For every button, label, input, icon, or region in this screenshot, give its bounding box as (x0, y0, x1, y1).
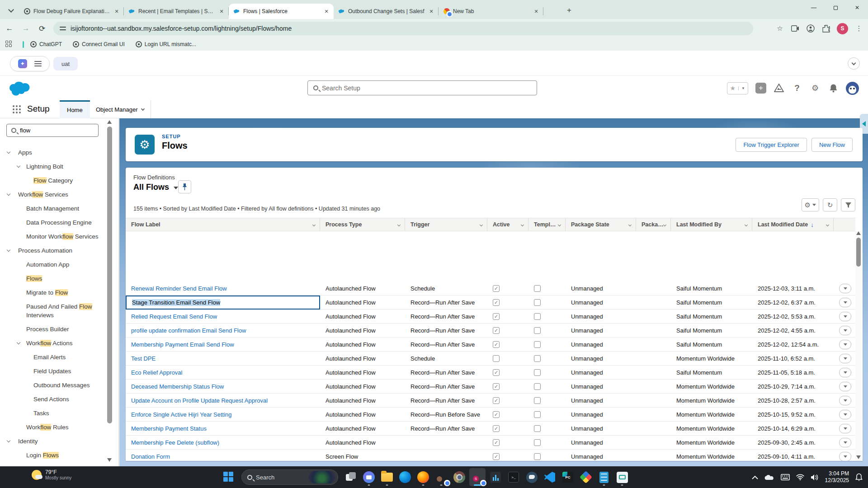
flow-label-link[interactable]: Enforce Single Active Hijri Year Setting (131, 411, 232, 418)
flow-label-link[interactable]: profile update confirmation Email Send F… (131, 327, 246, 334)
flow-label-cell[interactable]: profile update confirmation Email Send F… (126, 327, 320, 334)
column-header-9[interactable]: Last Modified Date↓ (752, 218, 834, 231)
list-view-selector[interactable]: All Flows (133, 183, 178, 192)
tab-close-icon[interactable]: ✕ (428, 8, 435, 15)
sidebar-search-input[interactable]: flow (6, 124, 99, 137)
flow-label-cell[interactable]: Renewal Reminder Send Email Flow (126, 285, 320, 292)
weather-widget[interactable]: 79°F Mostly sunny (32, 469, 71, 480)
workspace-tab-uat[interactable]: uat (53, 57, 78, 70)
flow-label-link[interactable]: Deceased Membership Status Flow (131, 383, 224, 390)
tab-object-manager[interactable]: Object Manager (89, 100, 151, 118)
task-manager-icon[interactable] (487, 468, 504, 486)
active-checkbox[interactable] (493, 355, 500, 362)
reload-button[interactable]: ⟳ (35, 22, 49, 35)
flow-label-cell[interactable]: Update Account on Profile Update Request… (126, 397, 320, 404)
flow-label-link[interactable]: Membership Payment Email Send Flow (131, 341, 234, 348)
pycharm-icon[interactable]: PC (560, 468, 576, 486)
flow-label-cell[interactable]: Deceased Membership Status Flow (126, 383, 320, 390)
flow-label-cell[interactable]: Test DPE (126, 355, 320, 362)
flow-label-cell[interactable]: Eco Relief Approval (126, 369, 320, 376)
edge-icon[interactable] (397, 468, 413, 486)
template-checkbox[interactable] (534, 411, 541, 418)
profile-extension-icon[interactable] (806, 24, 815, 33)
flow-label-cell[interactable]: Stage Transition Email Send Flow (126, 296, 320, 310)
active-checkbox[interactable]: ✓ (493, 397, 500, 404)
forward-button[interactable]: → (19, 22, 33, 35)
column-header-2[interactable]: Process Type (320, 218, 405, 231)
row-actions-button[interactable] (839, 326, 851, 335)
row-actions-button[interactable] (839, 452, 851, 461)
apps-grid-icon[interactable] (5, 41, 13, 48)
taskpro-icon[interactable] (614, 468, 630, 486)
touch-keyboard-icon[interactable] (781, 474, 790, 480)
row-actions-button[interactable] (839, 354, 851, 363)
active-checkbox[interactable]: ✓ (493, 313, 500, 320)
chrome-dark-icon[interactable] (451, 468, 467, 486)
sidebar-item-20[interactable]: Workflow Rules (0, 423, 105, 432)
browser-tab-2[interactable]: Recent | Email Templates | Sales✕ (124, 4, 229, 19)
start-button[interactable] (221, 468, 237, 486)
postgres-icon[interactable] (524, 468, 540, 486)
setup-search-input[interactable]: Search Setup (307, 80, 537, 95)
flow-label-link[interactable]: Membership Payment Status (131, 425, 207, 432)
flow-label-link[interactable]: Update Account on Profile Update Request… (131, 397, 268, 404)
ai-assistant-pill[interactable]: ✦ (10, 56, 50, 71)
tab-close-icon[interactable]: ✕ (113, 8, 120, 15)
sidebar-item-4[interactable]: Workflow Services (0, 190, 105, 199)
active-checkbox[interactable]: ✓ (493, 299, 500, 306)
trailhead-icon[interactable] (774, 83, 784, 94)
browser-tab-1[interactable]: Flow Debug Failure Explanation✕ (19, 4, 124, 19)
template-checkbox[interactable] (534, 383, 541, 390)
notifications-bell-icon[interactable] (828, 83, 839, 94)
template-checkbox[interactable] (534, 425, 541, 432)
diamond-app-icon[interactable] (578, 468, 594, 486)
flow-label-cell[interactable]: Membership Payment Status (126, 425, 320, 432)
sidebar-item-8[interactable]: Process Automation (0, 246, 105, 255)
row-actions-button[interactable] (839, 396, 851, 405)
minimize-button[interactable]: — (803, 0, 825, 15)
sidebar-item-9[interactable]: Automation App (0, 260, 105, 269)
row-actions-button[interactable] (839, 284, 851, 293)
help-icon[interactable]: ? (792, 83, 802, 94)
file-explorer-icon[interactable] (379, 468, 395, 486)
new-flow-button[interactable]: New Flow (811, 138, 853, 152)
terminal-icon[interactable]: >_ (505, 468, 522, 486)
tab-search-button[interactable] (5, 4, 17, 15)
user-avatar[interactable] (846, 82, 859, 95)
bookmark-star-icon[interactable]: ☆ (775, 24, 784, 33)
sidebar-item-6[interactable]: Data Processing Engine (0, 218, 105, 227)
sidebar-item-11[interactable]: Migrate to Flow (0, 288, 105, 297)
tab-home[interactable]: Home (60, 100, 90, 118)
column-header-5[interactable]: Templ… (528, 218, 566, 231)
flow-label-link[interactable]: Relied Request Email Send Flow (131, 313, 217, 320)
global-actions-button[interactable]: + (755, 83, 766, 94)
favorites-button[interactable]: ★ ▼ (727, 82, 748, 94)
template-checkbox[interactable] (534, 327, 541, 334)
scrollbar-thumb[interactable] (107, 127, 112, 423)
address-bar[interactable]: isijoftoronto--uat.sandbox.my.salesforce… (53, 22, 753, 35)
sidebar-item-17[interactable]: Outbound Messages (0, 381, 105, 389)
maximize-button[interactable] (825, 0, 846, 15)
flow-label-link[interactable]: Donation Form (131, 453, 170, 460)
sidebar-scrollbar[interactable] (107, 120, 112, 464)
browser-profile-avatar[interactable]: S (837, 23, 848, 34)
column-header-6[interactable]: Package State (566, 218, 636, 231)
sidebar-item-15[interactable]: Email Alerts (0, 353, 105, 361)
browser-tab-5[interactable]: New Tab✕ (439, 4, 543, 19)
sidebar-item-7[interactable]: Monitor Workflow Services (0, 232, 105, 241)
chrome-profile-icon[interactable] (433, 468, 449, 486)
flow-label-cell[interactable]: Membership Payment Email Send Flow (126, 341, 320, 348)
column-header-8[interactable]: Last Modified By (671, 218, 752, 231)
column-header-7[interactable]: Packa… (636, 218, 671, 231)
tab-close-icon[interactable]: ✕ (533, 8, 540, 15)
row-actions-button[interactable] (839, 298, 851, 307)
media-camera-icon[interactable] (791, 24, 800, 33)
sidebar-item-13[interactable]: Process Builder (0, 325, 105, 333)
flow-label-cell[interactable]: Enforce Single Active Hijri Year Setting (126, 411, 320, 418)
active-checkbox[interactable]: ✓ (493, 411, 500, 418)
tab-close-icon[interactable]: ✕ (218, 8, 225, 15)
filter-button[interactable] (841, 198, 855, 211)
vscode-icon[interactable] (542, 468, 558, 486)
template-checkbox[interactable] (534, 299, 541, 306)
table-scrollbar[interactable] (855, 231, 862, 461)
